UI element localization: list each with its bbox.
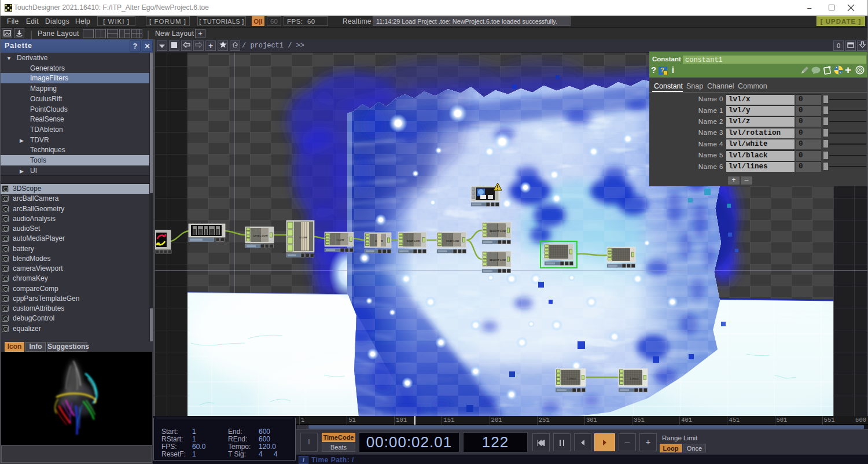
svg-text:SELECT LOW: SELECT LOW [490, 259, 506, 262]
svg-text:1 LOW: 1 LOW [336, 238, 345, 241]
svg-text:1 chan1: 1 chan1 [630, 377, 639, 380]
svg-text:SELECT LOW: SELECT LOW [490, 230, 506, 233]
svg-text:SCAT LOW: SCAT LOW [407, 240, 421, 242]
svg-text:SCAT LOW: SCAT LOW [446, 240, 460, 242]
svg-text:LEVEL LOW: LEVEL LOW [253, 234, 269, 237]
svg-text:1 LOW: 1 LOW [299, 236, 308, 239]
svg-text:1 chan1: 1 chan1 [567, 377, 577, 380]
